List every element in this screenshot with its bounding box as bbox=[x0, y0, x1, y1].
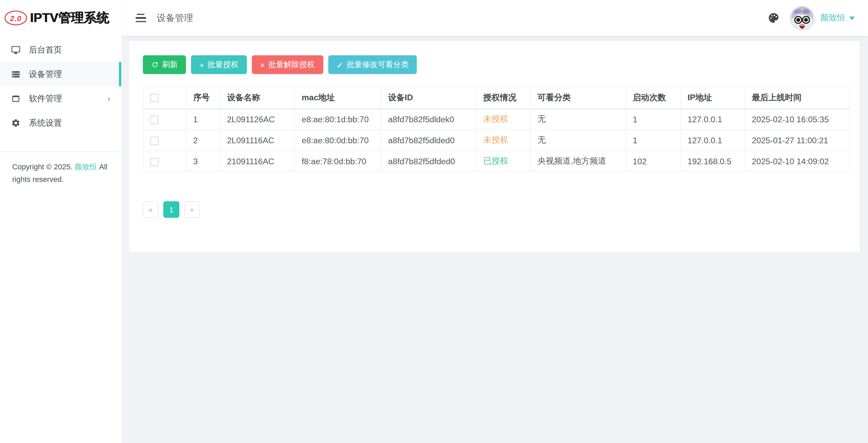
device-id-cell: a8fd7b82f5dlded0 bbox=[381, 130, 476, 151]
current-page-button[interactable]: 1 bbox=[163, 201, 179, 218]
sidebar-item-label: 软件管理 bbox=[29, 93, 62, 104]
author-link[interactable]: 颜致恒 bbox=[75, 163, 97, 171]
avatar-image bbox=[789, 5, 815, 31]
brand-title: IPTV管理系统 bbox=[30, 9, 109, 27]
column-header: 授权情况 bbox=[476, 87, 531, 109]
avatar[interactable] bbox=[789, 5, 815, 31]
button-label: 批量授权 bbox=[208, 60, 238, 69]
select-all-header bbox=[143, 87, 186, 109]
server-icon bbox=[11, 69, 21, 79]
device-name-cell: 2L091116AC bbox=[220, 130, 295, 151]
select-all-checkbox[interactable] bbox=[150, 93, 159, 102]
categories-cell: 无 bbox=[531, 130, 626, 151]
boot-count-cell: 1 bbox=[626, 109, 681, 130]
ip-cell: 127.0.0.1 bbox=[680, 109, 745, 130]
table-row: 1 2L091126AC e8:ae:80:1d:bb:70 a8fd7b82f… bbox=[143, 109, 849, 130]
content-area: 刷新 + 批量授权 × 批量解除授权 ✓ 批量修改可看分类 bbox=[122, 36, 868, 443]
categories-cell: 无 bbox=[531, 109, 626, 130]
version-badge: 2.0 bbox=[4, 10, 27, 25]
column-header: 启动次数 bbox=[626, 87, 681, 109]
batch-authorize-button[interactable]: + 批量授权 bbox=[191, 55, 247, 74]
device-id-cell: a8fd7b82f5dldek0 bbox=[381, 109, 476, 130]
column-header: 设备ID bbox=[381, 87, 476, 109]
check-icon: ✓ bbox=[336, 61, 343, 69]
gear-icon bbox=[11, 118, 21, 128]
row-select-cell bbox=[143, 130, 186, 151]
last-online-cell: 2025-01-27 11:00:21 bbox=[745, 130, 850, 151]
column-header: 最后上线时间 bbox=[745, 87, 850, 109]
username[interactable]: 颜致恒 bbox=[821, 13, 845, 23]
table-row: 2 2L091116AC e8:ae:80:0d:bb:70 a8fd7b82f… bbox=[143, 130, 849, 151]
brand-logo: 2.0 IPTV管理系统 bbox=[0, 0, 121, 36]
column-header: 可看分类 bbox=[531, 87, 626, 109]
sidebar: 2.0 IPTV管理系统 后台首页 设备管理 软件管理 › 系统设置 C bbox=[0, 0, 122, 443]
column-header: mac地址 bbox=[295, 87, 381, 109]
mac-cell: e8:ae:80:0d:bb:70 bbox=[295, 130, 381, 151]
button-label: 批量解除授权 bbox=[268, 60, 315, 69]
prev-page-button[interactable]: « bbox=[143, 201, 158, 218]
sidebar-item-dashboard[interactable]: 后台首页 bbox=[0, 38, 121, 62]
auth-status-cell: 未授权 bbox=[476, 130, 531, 151]
seq-cell: 3 bbox=[186, 151, 220, 172]
main-area: 设备管理 bbox=[122, 0, 868, 443]
last-online-cell: 2025-02-10 16:05:35 bbox=[745, 109, 850, 130]
top-header: 设备管理 bbox=[122, 0, 868, 36]
refresh-button[interactable]: 刷新 bbox=[143, 55, 186, 74]
sidebar-item-label: 设备管理 bbox=[29, 69, 62, 79]
table-row: 3 21091116AC f8:ae:78:0d:bb:70 a8fd7b82f… bbox=[143, 151, 849, 172]
button-label: 批量修改可看分类 bbox=[347, 60, 409, 69]
boot-count-cell: 1 bbox=[626, 130, 681, 151]
seq-cell: 2 bbox=[186, 130, 220, 151]
seq-cell: 1 bbox=[186, 109, 220, 130]
column-header: 序号 bbox=[186, 87, 220, 109]
button-label: 刷新 bbox=[162, 60, 178, 69]
caret-down-icon[interactable] bbox=[849, 16, 854, 20]
batch-deauthorize-button[interactable]: × 批量解除授权 bbox=[252, 55, 323, 74]
toolbar: 刷新 + 批量授权 × 批量解除授权 ✓ 批量修改可看分类 bbox=[143, 55, 847, 74]
menu-toggle-icon[interactable] bbox=[135, 14, 146, 22]
row-checkbox[interactable] bbox=[150, 136, 159, 145]
copyright-prefix: Copyright © 2025. bbox=[12, 163, 75, 171]
boot-count-cell: 102 bbox=[626, 151, 681, 172]
row-select-cell bbox=[143, 109, 186, 130]
refresh-icon bbox=[151, 61, 159, 69]
column-header: 设备名称 bbox=[220, 87, 295, 109]
copyright: Copyright © 2025. 颜致恒 All rights reserve… bbox=[0, 151, 121, 186]
row-checkbox[interactable] bbox=[150, 115, 159, 124]
desktop-icon bbox=[11, 45, 21, 55]
sidebar-item-devices[interactable]: 设备管理 bbox=[0, 62, 121, 86]
ip-cell: 127.0.0.1 bbox=[680, 130, 745, 151]
mac-cell: e8:ae:80:1d:bb:70 bbox=[295, 109, 381, 130]
page-title: 设备管理 bbox=[157, 12, 193, 24]
ip-cell: 192.168.0.5 bbox=[680, 151, 745, 172]
table-header-row: 序号 设备名称 mac地址 设备ID 授权情况 可看分类 启动次数 IP地址 最… bbox=[143, 87, 849, 109]
header-right: 颜致恒 bbox=[768, 5, 854, 31]
device-id-cell: a8fd7b82f5dfded0 bbox=[381, 151, 476, 172]
column-header: IP地址 bbox=[680, 87, 745, 109]
auth-status-cell: 已授权 bbox=[476, 151, 531, 172]
sidebar-menu: 后台首页 设备管理 软件管理 › 系统设置 bbox=[0, 36, 121, 135]
close-icon: × bbox=[260, 61, 265, 69]
app-root: 2.0 IPTV管理系统 后台首页 设备管理 软件管理 › 系统设置 C bbox=[0, 0, 868, 443]
batch-edit-categories-button[interactable]: ✓ 批量修改可看分类 bbox=[328, 55, 417, 74]
window-icon bbox=[11, 94, 21, 103]
sidebar-item-label: 系统设置 bbox=[29, 118, 62, 128]
devices-card: 刷新 + 批量授权 × 批量解除授权 ✓ 批量修改可看分类 bbox=[129, 41, 860, 252]
row-checkbox[interactable] bbox=[150, 157, 159, 166]
sidebar-item-settings[interactable]: 系统设置 bbox=[0, 111, 121, 135]
plus-icon: + bbox=[199, 61, 204, 69]
chevron-right-icon: › bbox=[107, 94, 110, 102]
device-name-cell: 21091116AC bbox=[220, 151, 295, 172]
categories-cell: 央视频道,地方频道 bbox=[531, 151, 626, 172]
auth-status-cell: 未授权 bbox=[476, 109, 531, 130]
sidebar-item-label: 后台首页 bbox=[29, 44, 62, 55]
sidebar-item-software[interactable]: 软件管理 › bbox=[0, 86, 121, 111]
row-select-cell bbox=[143, 151, 186, 172]
device-name-cell: 2L091126AC bbox=[220, 109, 295, 130]
mac-cell: f8:ae:78:0d:bb:70 bbox=[295, 151, 381, 172]
devices-table: 序号 设备名称 mac地址 设备ID 授权情况 可看分类 启动次数 IP地址 最… bbox=[143, 86, 850, 172]
pagination: « 1 » bbox=[143, 201, 847, 218]
last-online-cell: 2025-02-10 14:09:02 bbox=[745, 151, 850, 172]
next-page-button[interactable]: » bbox=[184, 201, 200, 218]
theme-palette-icon[interactable] bbox=[768, 12, 780, 24]
